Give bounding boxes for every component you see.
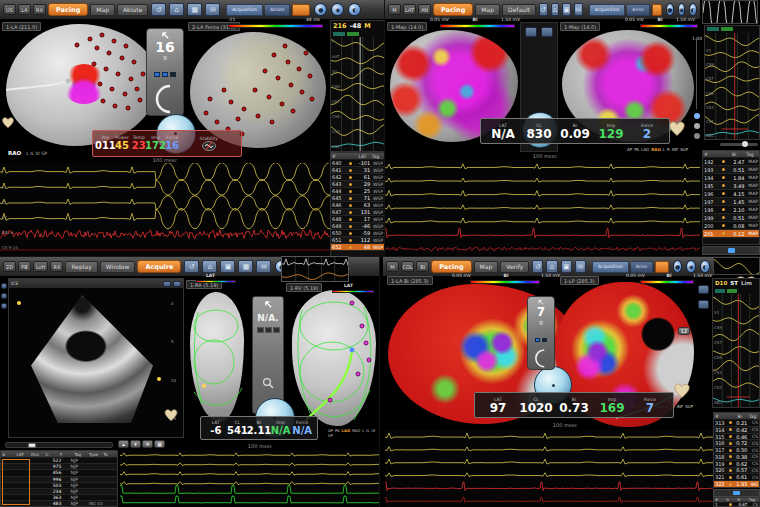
map-point[interactable] xyxy=(107,51,112,56)
map-point[interactable] xyxy=(99,32,104,37)
map-point[interactable] xyxy=(98,81,103,86)
clip-icon[interactable] xyxy=(698,300,709,309)
orientation-button[interactable]: RAO xyxy=(651,147,661,152)
map-point[interactable] xyxy=(291,108,296,113)
orientation-button[interactable]: LAO xyxy=(641,147,649,152)
ultrasound-button[interactable]: US xyxy=(3,4,16,15)
list-icon[interactable]: ≡ xyxy=(142,440,153,448)
orientation-button[interactable]: LAO xyxy=(342,428,351,433)
table-row[interactable]: 640-101WSP xyxy=(331,160,384,167)
table-header[interactable]: # xyxy=(1,452,16,457)
table-header[interactable]: # xyxy=(714,414,725,419)
view-title[interactable]: 1-LA Bi (285.3) xyxy=(387,276,433,285)
map-tab[interactable]: Map xyxy=(474,261,499,273)
map-point[interactable] xyxy=(296,67,301,72)
map-point[interactable] xyxy=(280,101,285,106)
display-icon[interactable]: ◐ xyxy=(348,3,361,16)
orientation-button[interactable]: L xyxy=(362,428,364,433)
table-row[interactable]: 3221.93WS xyxy=(714,481,759,488)
map-point[interactable] xyxy=(364,340,369,345)
home-icon[interactable]: ⌂ xyxy=(169,3,184,16)
undo-icon[interactable]: ↺ xyxy=(151,3,166,16)
display-icon[interactable]: ◐ xyxy=(689,3,697,16)
tool-icon[interactable] xyxy=(1,293,7,299)
map-point[interactable] xyxy=(87,36,92,41)
map-point[interactable] xyxy=(113,103,118,108)
map-point[interactable] xyxy=(307,74,312,79)
table-header[interactable]: F. xyxy=(59,452,74,457)
sweep-speed-label[interactable]: 100 msec xyxy=(200,443,320,449)
message-icon[interactable]: ✉ xyxy=(256,260,271,273)
map-point[interactable] xyxy=(140,72,145,77)
orientation-button[interactable]: AP xyxy=(627,147,632,152)
map-point[interactable] xyxy=(288,83,293,88)
table-row[interactable]: 647131WSP xyxy=(331,209,384,216)
map-mode-button[interactable]: M xyxy=(388,4,401,15)
anno-mode-button[interactable]: AN xyxy=(418,4,431,15)
view-title[interactable]: 1-Map (14.0) xyxy=(560,22,600,31)
table-header[interactable]: Bi xyxy=(737,414,748,419)
replay-tab[interactable]: Replay xyxy=(65,261,97,273)
scale-chip[interactable]: 12 xyxy=(678,327,690,335)
map-point[interactable] xyxy=(204,111,209,116)
map-point[interactable] xyxy=(303,50,308,55)
default-tab[interactable]: Default xyxy=(502,4,536,16)
tool-icon[interactable] xyxy=(1,283,7,289)
map-point[interactable] xyxy=(266,94,271,99)
snapshot-icon[interactable]: ▣ xyxy=(220,260,235,273)
orientation-button[interactable]: SUP xyxy=(680,147,688,152)
map-point[interactable] xyxy=(95,46,100,51)
pan-icon[interactable] xyxy=(525,27,537,37)
scroll-down-icon[interactable]: ▾ xyxy=(130,440,141,448)
map-point[interactable] xyxy=(75,42,80,47)
display-icon[interactable]: ◐ xyxy=(700,260,710,273)
table-row[interactable]: 1941.84MAP xyxy=(703,174,759,182)
table-row[interactable]: 649-46WSP xyxy=(331,223,384,230)
orientation-button[interactable]: L xyxy=(663,147,665,152)
map-point[interactable] xyxy=(92,62,97,67)
lat-mode-button[interactable]: LAT xyxy=(403,4,416,15)
map-view-1[interactable] xyxy=(6,24,158,146)
map-point[interactable] xyxy=(122,91,127,96)
undo-icon[interactable]: ↺ xyxy=(539,3,548,16)
table-header[interactable]: Tag xyxy=(745,152,759,157)
ecg-panel[interactable] xyxy=(120,450,380,507)
view-title[interactable]: 1-RV (5.19) xyxy=(286,283,322,292)
grid-icon[interactable]: ▦ xyxy=(154,440,165,448)
camera-icon[interactable] xyxy=(698,285,709,294)
table-row[interactable]: 650-59WSP xyxy=(331,230,384,237)
table-header[interactable]: # xyxy=(331,154,344,159)
table-header[interactable]: Bi xyxy=(731,152,745,157)
map-point[interactable] xyxy=(253,88,258,93)
map-point[interactable] xyxy=(101,98,106,103)
table-row[interactable]: 651112WSP xyxy=(331,237,384,244)
probe-button[interactable]: PB xyxy=(18,261,31,272)
table-header[interactable]: Tag xyxy=(371,154,384,159)
beat-window[interactable] xyxy=(702,0,758,24)
orientation-button[interactable]: PA xyxy=(634,147,639,152)
map-point[interactable] xyxy=(110,86,115,91)
table-header[interactable]: Tag xyxy=(748,414,759,419)
us-settings-icon[interactable] xyxy=(163,281,171,287)
bipolar-mode-button[interactable]: BI xyxy=(416,261,429,272)
map-point[interactable] xyxy=(359,323,364,328)
target-icon[interactable]: ◉ xyxy=(686,260,696,273)
magnifier-icon[interactable] xyxy=(262,377,274,389)
layout-icon[interactable]: ▦ xyxy=(238,260,253,273)
map-point[interactable] xyxy=(111,39,116,44)
orientation-button[interactable]: INF xyxy=(672,147,678,152)
acquisition-select[interactable]: Acquisition xyxy=(226,4,263,16)
table-row[interactable]: 64663WSP xyxy=(331,202,384,209)
ecg-panel[interactable] xyxy=(385,160,700,255)
scroll-up-icon[interactable]: ▴ xyxy=(118,440,129,448)
map-point[interactable] xyxy=(355,372,360,377)
acquisition-value[interactable]: Anno xyxy=(627,4,650,16)
map-view-2[interactable] xyxy=(288,286,380,428)
table-row[interactable]: 10.67CS xyxy=(714,503,759,507)
orientation-button[interactable]: R xyxy=(667,147,670,152)
map-point[interactable] xyxy=(350,301,355,306)
2d-button[interactable]: 2D xyxy=(3,261,16,272)
map-point[interactable] xyxy=(125,106,130,111)
table-row[interactable]: 64817WSP xyxy=(331,216,384,223)
table-header[interactable]: # xyxy=(703,152,717,157)
